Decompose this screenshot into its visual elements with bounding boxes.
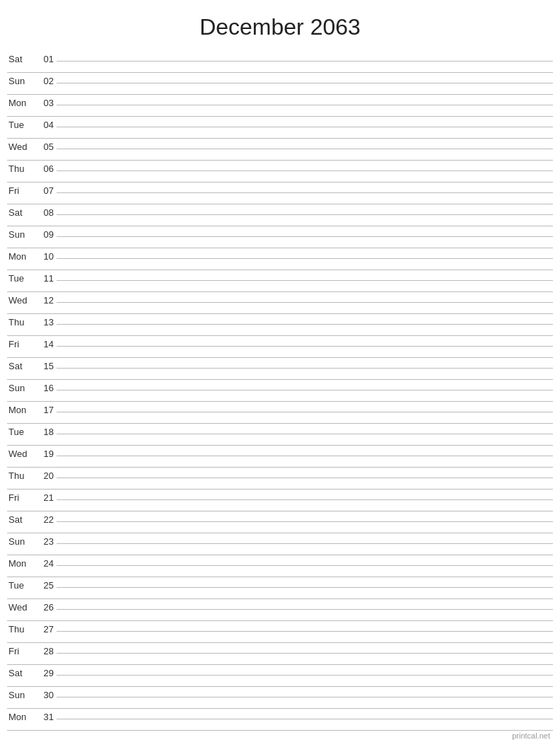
day-row: Sat22 [7, 511, 553, 533]
day-number: 07 [37, 185, 57, 196]
day-number: 20 [37, 470, 57, 481]
day-line [57, 258, 553, 259]
day-row: Sun23 [7, 533, 553, 555]
day-line [57, 653, 553, 654]
day-number: 31 [37, 712, 57, 722]
day-name: Tue [7, 120, 37, 130]
day-line [57, 61, 553, 62]
day-name: Sat [7, 514, 37, 525]
day-line [57, 127, 553, 127]
day-line [57, 675, 553, 676]
day-line [57, 346, 553, 347]
day-row: Sun09 [7, 226, 553, 248]
day-row: Sun02 [7, 73, 553, 95]
day-row: Mon03 [7, 95, 553, 117]
day-number: 05 [37, 141, 57, 152]
day-number: 27 [37, 624, 57, 635]
day-number: 02 [37, 76, 57, 86]
day-line [57, 456, 553, 456]
day-name: Wed [7, 602, 37, 613]
day-line [57, 105, 553, 105]
day-name: Thu [7, 624, 37, 635]
day-name: Sun [7, 536, 37, 547]
day-number: 29 [37, 668, 57, 678]
day-line [57, 302, 553, 303]
day-number: 09 [37, 229, 57, 240]
day-row: Thu06 [7, 161, 553, 183]
day-number: 26 [37, 602, 57, 613]
day-name: Sun [7, 229, 37, 240]
day-name: Mon [7, 712, 37, 722]
day-row: Tue18 [7, 424, 553, 446]
day-number: 10 [37, 251, 57, 262]
day-row: Sat01 [7, 51, 553, 73]
day-row: Wed12 [7, 292, 553, 314]
day-name: Sun [7, 383, 37, 393]
day-line [57, 521, 553, 522]
day-number: 14 [37, 339, 57, 349]
day-name: Tue [7, 580, 37, 591]
day-row: Tue04 [7, 117, 553, 139]
day-name: Fri [7, 185, 37, 196]
day-row: Tue25 [7, 577, 553, 599]
day-number: 08 [37, 207, 57, 218]
day-name: Sat [7, 361, 37, 371]
day-row: Mon24 [7, 555, 553, 577]
day-name: Fri [7, 339, 37, 349]
day-name: Fri [7, 492, 37, 503]
day-row: Sat08 [7, 204, 553, 226]
day-line [57, 609, 553, 610]
day-name: Mon [7, 405, 37, 415]
day-line [57, 499, 553, 500]
day-line [57, 214, 553, 215]
day-row: Wed19 [7, 446, 553, 468]
day-row: Sat29 [7, 665, 553, 687]
page-title: December 2063 [0, 0, 560, 51]
calendar-container: Sat01Sun02Mon03Tue04Wed05Thu06Fri07Sat08… [0, 51, 560, 731]
day-number: 19 [37, 448, 57, 459]
day-number: 25 [37, 580, 57, 591]
day-line [57, 324, 553, 325]
day-number: 30 [37, 690, 57, 700]
day-name: Sat [7, 668, 37, 678]
day-name: Thu [7, 163, 37, 174]
day-row: Sun16 [7, 380, 553, 402]
day-name: Mon [7, 251, 37, 262]
day-line [57, 236, 553, 237]
day-name: Tue [7, 273, 37, 284]
day-name: Sun [7, 76, 37, 86]
day-number: 04 [37, 120, 57, 130]
day-row: Sat15 [7, 358, 553, 380]
day-name: Mon [7, 558, 37, 569]
day-number: 03 [37, 98, 57, 108]
day-row: Mon31 [7, 709, 553, 731]
day-line [57, 477, 553, 478]
day-name: Wed [7, 295, 37, 306]
day-name: Wed [7, 141, 37, 152]
day-row: Wed05 [7, 139, 553, 161]
day-number: 11 [37, 273, 57, 284]
day-name: Sat [7, 207, 37, 218]
day-number: 28 [37, 646, 57, 656]
day-row: Fri14 [7, 336, 553, 358]
day-row: Thu13 [7, 314, 553, 336]
day-number: 06 [37, 163, 57, 174]
day-line [57, 697, 553, 697]
day-row: Fri28 [7, 643, 553, 665]
day-name: Mon [7, 98, 37, 108]
day-line [57, 587, 553, 588]
day-row: Sun30 [7, 687, 553, 709]
day-number: 17 [37, 405, 57, 415]
day-line [57, 368, 553, 369]
day-line [57, 192, 553, 193]
day-number: 22 [37, 514, 57, 525]
day-name: Sun [7, 690, 37, 700]
day-line [57, 631, 553, 632]
day-number: 24 [37, 558, 57, 569]
day-line [57, 390, 553, 390]
day-line [57, 565, 553, 566]
day-number: 13 [37, 317, 57, 328]
day-row: Wed26 [7, 599, 553, 621]
day-line [57, 543, 553, 544]
day-name: Wed [7, 448, 37, 459]
